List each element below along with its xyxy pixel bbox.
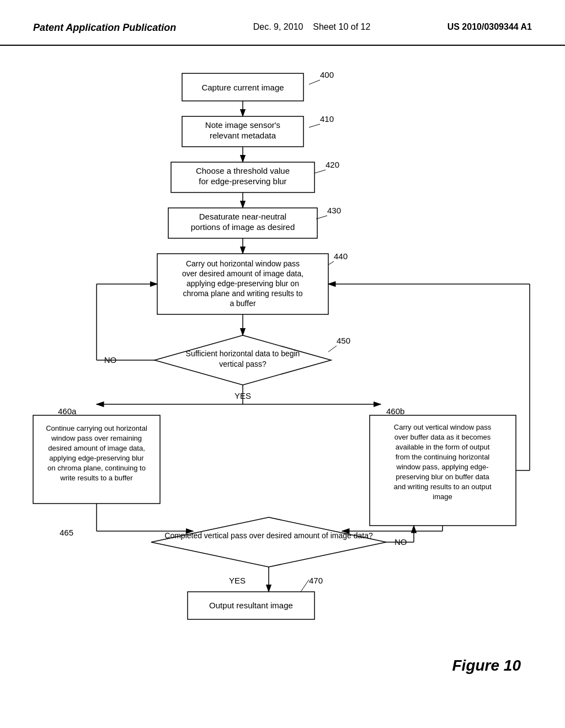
svg-text:vertical pass?: vertical pass? <box>219 360 266 368</box>
svg-text:chroma plane and writing resul: chroma plane and writing results to <box>183 289 302 298</box>
svg-text:for edge-preserving blur: for edge-preserving blur <box>199 176 286 186</box>
svg-text:460b: 460b <box>386 406 404 416</box>
svg-line-21 <box>316 216 327 219</box>
svg-text:window pass over remaining: window pass over remaining <box>51 434 142 442</box>
svg-text:Completed vertical pass over d: Completed vertical pass over desired amo… <box>164 531 373 540</box>
svg-line-81 <box>301 580 309 592</box>
patent-number: US 2010/0309344 A1 <box>447 22 532 32</box>
svg-text:460a: 460a <box>58 406 77 416</box>
svg-text:applying edge-preserving blur : applying edge-preserving blur on <box>186 279 299 288</box>
svg-text:440: 440 <box>334 251 348 261</box>
page-header: Patent Application Publication Dec. 9, 2… <box>0 0 565 46</box>
header-center: Dec. 9, 2010 Sheet 10 of 12 <box>253 22 371 32</box>
svg-text:Capture current image: Capture current image <box>201 83 284 92</box>
publication-title: Patent Application Publication <box>33 22 176 34</box>
svg-line-15 <box>315 170 326 173</box>
svg-text:Desaturate near-neutral: Desaturate near-neutral <box>199 212 286 221</box>
svg-text:over buffer data as it becomes: over buffer data as it becomes <box>395 433 491 441</box>
flowchart-svg: Capture current image 400 Note image sen… <box>0 46 565 708</box>
svg-text:preserving blur on buffer data: preserving blur on buffer data <box>396 473 489 481</box>
svg-marker-71 <box>151 517 386 567</box>
svg-text:465: 465 <box>60 528 73 537</box>
svg-text:Output resultant image: Output resultant image <box>209 601 293 610</box>
svg-text:relevant metadata: relevant metadata <box>210 131 276 140</box>
svg-text:Sufficient horizontal data to : Sufficient horizontal data to begin <box>186 349 300 358</box>
svg-text:Choose a threshold value: Choose a threshold value <box>196 166 290 175</box>
svg-text:from the continuing horizontal: from the continuing horizontal <box>396 453 490 461</box>
svg-text:window pass, applying edge-: window pass, applying edge- <box>396 463 489 471</box>
svg-line-36 <box>328 346 337 352</box>
svg-text:over desired amount of image d: over desired amount of image data, <box>182 269 303 278</box>
svg-text:a buffer: a buffer <box>230 299 256 308</box>
svg-text:portions of image as desired: portions of image as desired <box>191 222 295 232</box>
svg-text:image: image <box>433 493 452 501</box>
svg-text:420: 420 <box>326 160 339 169</box>
publication-date: Dec. 9, 2010 <box>253 22 303 31</box>
svg-text:Carry out horizontal window pa: Carry out horizontal window pass <box>186 259 300 268</box>
svg-text:400: 400 <box>320 70 334 79</box>
svg-text:YES: YES <box>229 576 246 585</box>
svg-text:and writing results to an outp: and writing results to an output <box>393 483 491 491</box>
svg-line-3 <box>309 80 320 84</box>
sheet-info: Sheet 10 of 12 <box>313 22 370 31</box>
svg-text:available in the form of outpu: available in the form of output <box>396 443 490 451</box>
svg-text:Note image sensor's: Note image sensor's <box>205 120 280 130</box>
svg-line-9 <box>309 124 320 127</box>
svg-text:470: 470 <box>309 576 323 585</box>
svg-text:Carry out vertical window pass: Carry out vertical window pass <box>394 423 492 431</box>
svg-text:430: 430 <box>327 206 341 215</box>
svg-text:410: 410 <box>320 114 334 124</box>
svg-line-30 <box>328 261 334 265</box>
svg-text:applying edge-preserving blur: applying edge-preserving blur <box>49 454 144 462</box>
figure-label: Figure 10 <box>452 657 521 675</box>
svg-text:on chroma plane, continuing to: on chroma plane, continuing to <box>47 464 146 472</box>
svg-text:write results to a buffer: write results to a buffer <box>60 474 133 482</box>
svg-text:desired amount of image data,: desired amount of image data, <box>48 444 145 452</box>
svg-text:450: 450 <box>337 336 350 345</box>
diagram-area: Capture current image 400 Note image sen… <box>0 46 565 708</box>
svg-text:Continue carrying out horizont: Continue carrying out horizontal <box>46 424 147 432</box>
